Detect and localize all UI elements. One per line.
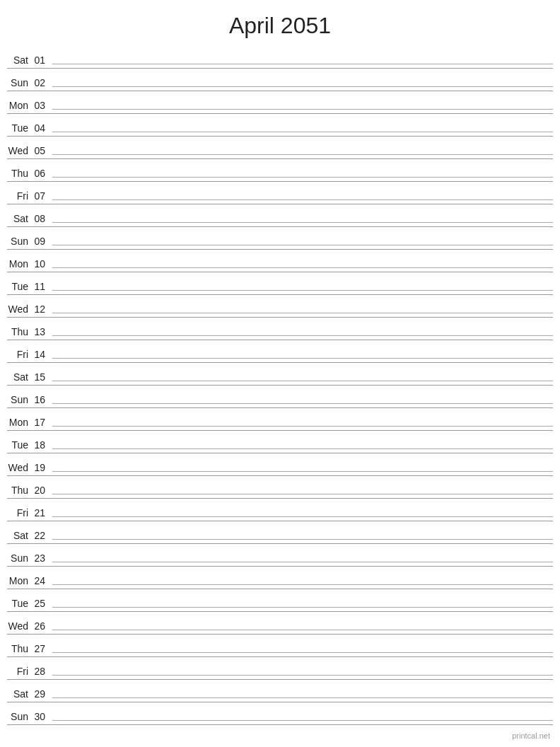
day-number: 28	[33, 666, 52, 677]
day-row: Fri07	[7, 182, 553, 204]
day-number: 23	[33, 552, 52, 564]
day-name: Sat	[7, 530, 33, 541]
day-row: Sun30	[7, 702, 553, 725]
day-row: Mon17	[7, 408, 553, 431]
day-line	[52, 562, 553, 562]
day-number: 09	[33, 236, 52, 247]
day-line	[52, 358, 553, 359]
calendar-container: Sat01Sun02Mon03Tue04Wed05Thu06Fri07Sat08…	[0, 46, 560, 725]
day-line	[52, 335, 553, 336]
day-row: Sat15	[7, 363, 553, 386]
day-line	[52, 584, 553, 585]
day-name: Wed	[7, 303, 33, 315]
day-number: 18	[33, 439, 52, 451]
day-number: 14	[33, 349, 52, 360]
day-name: Fri	[7, 666, 33, 677]
day-row: Thu27	[7, 635, 553, 657]
day-name: Tue	[7, 439, 33, 451]
day-number: 02	[33, 77, 52, 88]
day-line	[52, 199, 553, 200]
day-name: Sat	[7, 688, 33, 700]
day-line	[52, 290, 553, 291]
day-name: Fri	[7, 190, 33, 202]
day-row: Fri14	[7, 340, 553, 363]
day-number: 04	[33, 122, 52, 134]
day-number: 24	[33, 575, 52, 586]
day-name: Wed	[7, 620, 33, 632]
day-number: 17	[33, 417, 52, 428]
day-number: 13	[33, 326, 52, 337]
day-line	[52, 652, 553, 653]
day-name: Tue	[7, 598, 33, 609]
day-name: Wed	[7, 462, 33, 473]
day-number: 15	[33, 371, 52, 383]
day-line	[52, 630, 553, 630]
day-name: Sat	[7, 371, 33, 383]
day-row: Sat29	[7, 680, 553, 702]
day-line	[52, 539, 553, 540]
day-line	[52, 403, 553, 404]
day-line	[52, 381, 553, 381]
day-row: Mon03	[7, 91, 553, 114]
day-line	[52, 64, 553, 64]
day-name: Fri	[7, 349, 33, 360]
day-row: Fri28	[7, 657, 553, 680]
day-number: 05	[33, 145, 52, 156]
day-line	[52, 675, 553, 676]
day-row: Thu06	[7, 159, 553, 182]
day-row: Tue18	[7, 431, 553, 453]
day-line	[52, 697, 553, 698]
day-line	[52, 154, 553, 155]
day-line	[52, 426, 553, 427]
day-line	[52, 177, 553, 178]
day-row: Tue25	[7, 589, 553, 612]
day-line	[52, 86, 553, 87]
day-number: 07	[33, 190, 52, 202]
day-line	[52, 607, 553, 608]
day-name: Thu	[7, 326, 33, 337]
day-row: Tue04	[7, 114, 553, 137]
day-name: Sun	[7, 394, 33, 405]
day-row: Tue11	[7, 272, 553, 295]
day-name: Mon	[7, 575, 33, 586]
day-number: 19	[33, 462, 52, 473]
day-row: Thu20	[7, 476, 553, 499]
day-row: Mon24	[7, 567, 553, 589]
day-row: Sun09	[7, 227, 553, 250]
day-name: Sat	[7, 54, 33, 66]
day-name: Sun	[7, 236, 33, 247]
day-line	[52, 471, 553, 472]
day-name: Sat	[7, 213, 33, 224]
day-row: Sat08	[7, 204, 553, 227]
day-row: Mon10	[7, 250, 553, 272]
day-row: Wed05	[7, 137, 553, 159]
day-number: 29	[33, 688, 52, 700]
day-name: Thu	[7, 643, 33, 654]
day-line	[52, 222, 553, 223]
day-number: 16	[33, 394, 52, 405]
day-row: Sat22	[7, 521, 553, 544]
day-name: Mon	[7, 258, 33, 270]
day-number: 27	[33, 643, 52, 654]
day-name: Tue	[7, 122, 33, 134]
day-line	[52, 313, 553, 313]
day-name: Sun	[7, 77, 33, 88]
day-name: Thu	[7, 485, 33, 496]
day-name: Fri	[7, 507, 33, 519]
day-number: 11	[33, 281, 52, 292]
day-number: 08	[33, 213, 52, 224]
day-row: Wed26	[7, 612, 553, 635]
day-name: Tue	[7, 281, 33, 292]
day-row: Fri21	[7, 499, 553, 521]
day-number: 20	[33, 485, 52, 496]
day-line	[52, 720, 553, 721]
day-line	[52, 267, 553, 268]
day-row: Sun23	[7, 544, 553, 567]
day-line	[52, 245, 553, 245]
day-line	[52, 516, 553, 517]
day-row: Sun16	[7, 386, 553, 408]
day-line	[52, 448, 553, 449]
day-number: 01	[33, 54, 52, 66]
day-name: Sun	[7, 552, 33, 564]
day-row: Sun02	[7, 69, 553, 91]
